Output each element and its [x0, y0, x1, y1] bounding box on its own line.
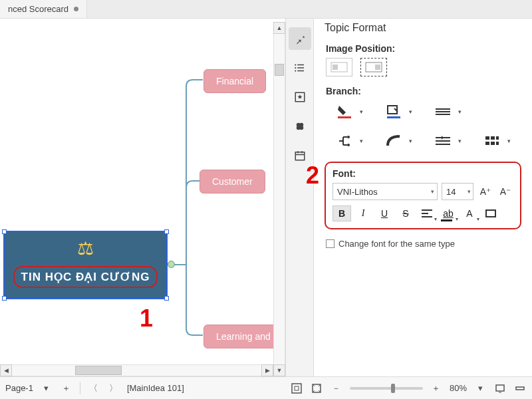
- zoom-in-button[interactable]: ＋: [430, 382, 443, 395]
- mindmap-canvas[interactable]: Financial Customer Learning and ⚖ TIN HỌ…: [0, 19, 286, 376]
- bold-button[interactable]: B: [332, 205, 351, 221]
- scales-icon: ⚖: [77, 239, 94, 258]
- svg-point-1: [295, 67, 296, 68]
- page-label[interactable]: Page-1: [5, 383, 33, 393]
- divider: [80, 382, 80, 394]
- underline-button[interactable]: U: [375, 205, 394, 221]
- scroll-track[interactable]: [273, 34, 285, 364]
- svg-rect-29: [496, 385, 504, 391]
- scroll-up-icon[interactable]: ▲: [273, 22, 285, 34]
- rail-star-box-icon[interactable]: [289, 86, 311, 108]
- next-button[interactable]: 〉: [107, 382, 120, 395]
- font-size-value: 14: [446, 187, 456, 197]
- canvas-horizontal-scrollbar[interactable]: ◀ ▶: [0, 364, 273, 376]
- branch-spacing-grid-button[interactable]: ▾: [473, 131, 511, 151]
- scroll-thumb[interactable]: [275, 64, 284, 76]
- highlight-color-button[interactable]: ab ▾: [439, 205, 458, 221]
- fit-window-icon[interactable]: [290, 382, 303, 395]
- italic-button[interactable]: I: [354, 205, 372, 221]
- chevron-down-icon: ▾: [431, 188, 434, 195]
- svg-rect-30: [516, 387, 524, 390]
- rail-pin-icon[interactable]: [289, 27, 311, 50]
- subtopic-label: Customer: [212, 176, 253, 187]
- svg-point-7: [299, 126, 303, 130]
- svg-rect-8: [295, 152, 305, 160]
- collapse-panel-icon[interactable]: [513, 382, 527, 395]
- svg-rect-19: [491, 136, 495, 140]
- branch-line-style-button[interactable]: ▾: [424, 102, 462, 122]
- subtopic-financial[interactable]: Financial: [203, 69, 266, 93]
- scroll-right-icon[interactable]: ▶: [261, 364, 273, 376]
- font-shrink-button[interactable]: A⁻: [497, 184, 513, 199]
- selection-handle[interactable]: [164, 296, 169, 301]
- branch-border-color-button[interactable]: ▾: [375, 102, 412, 122]
- svg-rect-21: [485, 142, 489, 145]
- status-bar: Page-1 ▾ ＋ 〈 〉 [MainIdea 101] － ＋ 80% ▾: [0, 376, 532, 399]
- rail-list-icon[interactable]: [289, 57, 311, 79]
- zoom-out-button[interactable]: －: [330, 382, 343, 395]
- font-family-combo[interactable]: VNI-Lithos ▾: [332, 183, 438, 200]
- selection-handle[interactable]: [2, 296, 7, 301]
- branch-connector-shape-button[interactable]: ▾: [375, 131, 412, 151]
- panel-title: Topic Format: [325, 19, 521, 39]
- fit-page-icon[interactable]: [310, 382, 323, 395]
- subtopic-label: Learning and: [216, 331, 271, 342]
- svg-rect-26: [292, 384, 301, 393]
- svg-rect-20: [496, 136, 499, 140]
- breadcrumb: [MainIdea 101]: [127, 383, 184, 393]
- image-position-left-button[interactable]: [326, 58, 352, 76]
- tab-bar: nced Scorecard: [0, 0, 532, 19]
- zoom-knob[interactable]: [391, 384, 395, 393]
- main-topic-title: TIN HỌC ĐẠI CƯƠNG: [13, 266, 158, 288]
- presentation-icon[interactable]: [493, 382, 507, 395]
- main-area: Financial Customer Learning and ⚖ TIN HỌ…: [0, 19, 532, 376]
- selection-handle[interactable]: [2, 229, 7, 234]
- tab-label: nced Scorecard: [8, 4, 68, 14]
- branch-label: Branch:: [326, 86, 521, 96]
- svg-rect-13: [338, 116, 351, 118]
- connector-handle[interactable]: [168, 261, 175, 268]
- font-grow-button[interactable]: A⁺: [477, 184, 493, 199]
- zoom-value: 80%: [450, 383, 467, 393]
- align-button[interactable]: ▾: [418, 205, 436, 221]
- topic-format-panel: Topic Format Image Position: Branch: ▾ ▾…: [314, 19, 532, 376]
- change-font-same-type-checkbox[interactable]: [326, 239, 334, 248]
- selection-handle[interactable]: [164, 229, 169, 234]
- svg-rect-15: [387, 116, 400, 118]
- text-box-button[interactable]: [481, 205, 500, 221]
- scroll-left-icon[interactable]: ◀: [0, 364, 12, 376]
- svg-rect-18: [485, 136, 489, 140]
- tab-modified-dot: [74, 7, 78, 11]
- image-position-right-button[interactable]: [360, 58, 387, 76]
- prev-button[interactable]: 〈: [87, 382, 100, 395]
- svg-point-2: [295, 70, 296, 71]
- branch-spacing-h-button[interactable]: ▾: [424, 131, 462, 151]
- branch-structure-button[interactable]: ▾: [326, 131, 363, 151]
- main-topic[interactable]: ⚖ TIN HỌC ĐẠI CƯƠNG: [3, 231, 168, 299]
- branch-fill-color-button[interactable]: ▾: [326, 102, 363, 122]
- zoom-dropdown-icon[interactable]: ▾: [473, 382, 487, 395]
- font-label: Font:: [332, 168, 513, 179]
- subtopic-customer[interactable]: Customer: [200, 170, 265, 194]
- scroll-track[interactable]: [12, 364, 261, 376]
- document-tab[interactable]: nced Scorecard: [0, 0, 87, 18]
- canvas-vertical-scrollbar[interactable]: ▲ ▼: [273, 22, 285, 376]
- svg-rect-10: [332, 65, 338, 70]
- format-tabs-rail: [286, 19, 314, 376]
- zoom-slider[interactable]: [350, 387, 423, 390]
- scroll-thumb[interactable]: [75, 366, 122, 375]
- svg-rect-23: [496, 142, 499, 145]
- chevron-down-icon: ▾: [467, 188, 471, 195]
- change-font-same-type-label: Change font for the same type: [338, 239, 455, 249]
- font-section: Font: VNI-Lithos ▾ 14 ▾ A⁺ A⁻ B I U S: [325, 162, 521, 229]
- svg-point-0: [295, 64, 296, 65]
- page-dropdown-icon[interactable]: ▾: [40, 382, 53, 395]
- subtopic-learning[interactable]: Learning and: [203, 325, 283, 348]
- add-page-button[interactable]: ＋: [60, 382, 73, 395]
- svg-rect-25: [487, 211, 495, 216]
- text-color-button[interactable]: A▾: [460, 205, 479, 221]
- scroll-down-icon[interactable]: ▼: [273, 364, 285, 376]
- rail-clover-icon[interactable]: [289, 115, 311, 138]
- strike-button[interactable]: S: [396, 205, 415, 221]
- font-size-combo[interactable]: 14 ▾: [442, 183, 473, 200]
